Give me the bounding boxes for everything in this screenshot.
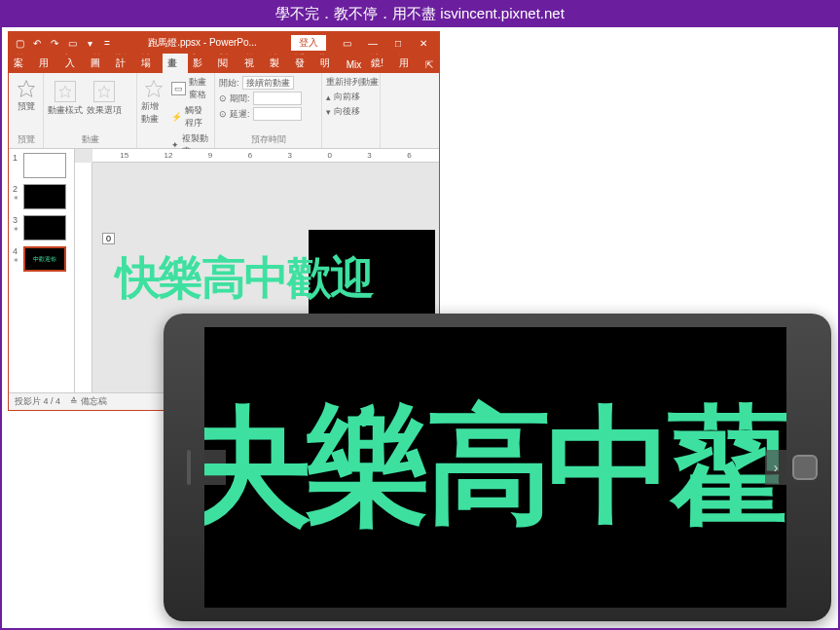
speaker-icon xyxy=(187,450,191,485)
delay-input[interactable] xyxy=(253,107,302,121)
vertical-ruler xyxy=(75,163,92,392)
delay-icon: ⊙ xyxy=(219,109,227,119)
duration-label: 期間: xyxy=(230,93,250,105)
window-controls: ▭ — □ ✕ xyxy=(336,34,435,52)
group-preview-label: 預覽 xyxy=(18,131,35,146)
group-animation: 動畫樣式 效果選項 動畫 xyxy=(44,73,137,148)
tablet-screen[interactable]: ‹ 夬樂高中藋 › xyxy=(204,327,786,608)
duration-input[interactable] xyxy=(253,92,302,105)
add-anim-label: 新增動畫 xyxy=(141,100,167,126)
redo-icon[interactable]: ↷ xyxy=(48,36,61,50)
thumbnail-panel[interactable]: 1 2✶ 3✶ 4✶ 中歡迎你 xyxy=(9,149,75,392)
signin-button[interactable]: 登入 xyxy=(291,35,326,51)
banner-text: 學不完．教不停．用不盡 isvincent.pixnet.net xyxy=(275,5,565,23)
group-reorder-label xyxy=(326,144,376,146)
down-arrow-icon: ▾ xyxy=(326,107,331,117)
svg-marker-3 xyxy=(146,81,163,97)
trigger-button[interactable]: ⚡觸發程序 xyxy=(171,103,210,130)
thumbnail-2[interactable]: 2✶ xyxy=(13,184,70,209)
trigger-icon: ⚡ xyxy=(171,112,182,122)
ribbon-tabs: 檔案 常用 插入 繪圖 設計 轉場 動畫 投影 校閱 檢視 錄製 開發 說明 M… xyxy=(9,54,439,73)
title-bar: ▢ ↶ ↷ ▭ ▾ = 跑馬燈.ppsx - PowerPo... 登入 ▭ —… xyxy=(9,32,439,54)
notes-button[interactable]: ≙ 備忘稿 xyxy=(70,395,107,408)
thumb-preview xyxy=(23,184,66,209)
close-icon[interactable]: ✕ xyxy=(412,34,435,52)
window-title: 跑馬燈.ppsx - PowerPo... xyxy=(148,36,257,50)
group-anim-label: 動畫 xyxy=(48,131,132,146)
thumb-preview xyxy=(23,153,66,178)
thumb-num: 2 xyxy=(13,184,20,194)
more-icon[interactable]: ▾ xyxy=(83,36,96,50)
effect-options-label: 效果選項 xyxy=(87,104,122,117)
preview-label: 預覽 xyxy=(18,100,35,113)
thumb-num: 4 xyxy=(13,246,20,256)
duration-icon: ⊙ xyxy=(219,93,227,103)
trigger-label: 觸發程序 xyxy=(185,104,210,130)
delay-label: 延遲: xyxy=(230,108,250,121)
anim-indicator-icon: ✶ xyxy=(13,256,20,265)
group-preview: 預覽 預覽 xyxy=(9,73,44,148)
tab-mix[interactable]: Mix xyxy=(342,56,367,73)
back-label: 向後移 xyxy=(334,105,360,118)
anim-indicator-icon: ✶ xyxy=(13,225,20,234)
maximize-icon[interactable]: □ xyxy=(386,34,410,52)
slide-counter: 投影片 4 / 4 xyxy=(15,395,60,408)
ribbon-options-icon[interactable]: ▭ xyxy=(336,34,359,52)
tablet-device: ‹ 夬樂高中藋 › xyxy=(164,314,831,621)
start-label: 開始: xyxy=(219,77,239,90)
tablet-marquee-text: 夬樂高中藋 xyxy=(204,382,786,553)
anim-star-icon xyxy=(58,85,72,98)
svg-marker-1 xyxy=(59,86,71,97)
thumbnail-1[interactable]: 1 xyxy=(13,153,70,178)
thumb4-text: 中歡迎你 xyxy=(33,255,56,264)
undo-icon[interactable]: ↶ xyxy=(30,36,44,50)
anim-indicator-icon: ✶ xyxy=(13,194,20,203)
group-advanced: 新增動畫 ▭動畫窗格 ⚡觸發程序 ✦複製動畫 進階動畫 xyxy=(137,73,215,148)
group-reorder: 重新排列動畫 ▴向前移 ▾向後移 xyxy=(322,73,381,148)
add-star-icon xyxy=(144,79,164,98)
thumb-preview xyxy=(23,215,66,241)
ribbon-body: 預覽 預覽 動畫樣式 效果選項 動畫 新增動畫 xyxy=(9,73,439,149)
group-timing-label: 預存時間 xyxy=(219,131,317,146)
move-forward-button[interactable]: ▴向前移 xyxy=(326,90,376,104)
pane-icon: ▭ xyxy=(171,82,186,95)
start-select[interactable]: 接續前動畫 xyxy=(242,76,294,90)
thumb-num: 3 xyxy=(13,215,20,225)
animation-pane-button[interactable]: ▭動畫窗格 xyxy=(171,75,210,102)
next-arrow-icon[interactable]: › xyxy=(765,450,786,485)
horizontal-ruler: 1512963036 xyxy=(92,149,439,163)
home-button-icon[interactable] xyxy=(792,455,818,480)
marquee-text[interactable]: 快樂高中歡迎 xyxy=(96,248,435,309)
collapse-ribbon-icon[interactable]: ⇱ xyxy=(420,56,439,73)
reorder-title: 重新排列動畫 xyxy=(326,75,376,90)
effect-options-button[interactable]: 效果選項 xyxy=(87,77,122,117)
thumbnail-4[interactable]: 4✶ 中歡迎你 xyxy=(13,246,70,272)
minimize-icon[interactable]: — xyxy=(361,34,384,52)
animation-styles-button[interactable]: 動畫樣式 xyxy=(48,77,83,117)
thumbnail-3[interactable]: 3✶ xyxy=(13,215,70,241)
site-banner: 學不完．教不停．用不盡 isvincent.pixnet.net xyxy=(0,0,840,27)
thumb-preview: 中歡迎你 xyxy=(23,246,66,272)
effect-star-icon xyxy=(97,85,111,98)
group-timing: 開始:接續前動畫 ⊙期間: ⊙延遲: 預存時間 xyxy=(215,73,322,148)
fwd-label: 向前移 xyxy=(334,91,360,103)
move-back-button[interactable]: ▾向後移 xyxy=(326,104,376,119)
quick-access: ▢ ↶ ↷ ▭ ▾ = xyxy=(13,36,114,50)
svg-marker-0 xyxy=(18,81,34,97)
star-icon xyxy=(17,79,36,98)
pane-label: 動畫窗格 xyxy=(189,76,210,101)
qa-sep: = xyxy=(100,36,114,50)
slideshow-icon[interactable]: ▭ xyxy=(65,36,79,50)
up-arrow-icon: ▴ xyxy=(326,93,331,102)
save-icon[interactable]: ▢ xyxy=(13,36,26,50)
svg-marker-2 xyxy=(98,86,110,97)
anim-style-label: 動畫樣式 xyxy=(48,104,83,117)
preview-button[interactable]: 預覽 xyxy=(17,75,36,113)
add-animation-button[interactable]: 新增動畫 xyxy=(141,75,167,159)
thumb-num: 1 xyxy=(13,153,20,163)
